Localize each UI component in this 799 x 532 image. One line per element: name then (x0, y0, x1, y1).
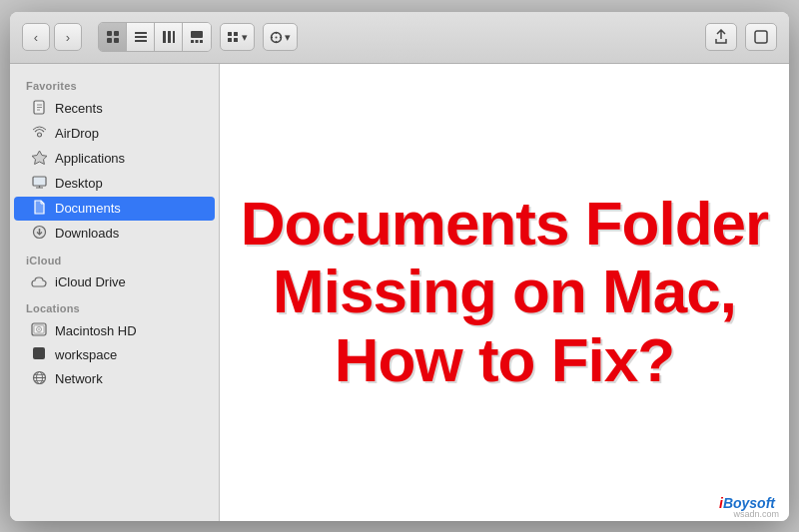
svg-rect-8 (168, 31, 171, 43)
main-panel: Documents Folder Missing on Mac, How to … (220, 64, 789, 521)
svg-rect-12 (196, 40, 199, 43)
list-view-button[interactable] (127, 23, 155, 51)
svg-rect-16 (234, 32, 238, 36)
sidebar-item-network[interactable]: Network (14, 367, 215, 391)
svg-rect-6 (135, 40, 147, 42)
sidebar-item-downloads[interactable]: Downloads (14, 222, 215, 246)
icon-view-button[interactable] (99, 23, 127, 51)
title-line3: How to Fix? (335, 325, 674, 394)
sidebar: Favorites Recents (10, 64, 220, 521)
airdrop-icon (30, 125, 48, 143)
tag-button[interactable] (745, 23, 777, 51)
title-bar: ‹ › (10, 12, 789, 64)
svg-rect-0 (107, 31, 112, 36)
article-title: Documents Folder Missing on Mac, How to … (221, 170, 788, 414)
view-mode-group (98, 22, 212, 52)
svg-rect-31 (33, 177, 46, 186)
svg-point-29 (37, 133, 41, 137)
finder-window: ‹ › (10, 12, 789, 521)
forward-button[interactable]: › (54, 23, 82, 51)
svg-rect-10 (191, 31, 203, 38)
network-label: Network (55, 371, 103, 386)
favorites-header: Favorites (10, 72, 219, 96)
desktop-label: Desktop (55, 176, 103, 191)
action-button[interactable]: ▾ (263, 23, 298, 51)
svg-marker-30 (32, 151, 47, 165)
applications-icon (30, 150, 48, 168)
sidebar-item-applications[interactable]: Applications (14, 147, 215, 171)
svg-rect-9 (173, 31, 175, 43)
arrange-arrow: ▾ (242, 31, 248, 44)
title-line2: Missing on Mac, (273, 257, 736, 325)
svg-point-19 (276, 36, 278, 38)
documents-label: Documents (55, 201, 121, 216)
title-line1: Documents Folder (241, 189, 768, 258)
sidebar-item-documents[interactable]: Documents (14, 197, 215, 221)
workspace-label: workspace (55, 347, 117, 362)
airdrop-label: AirDrop (55, 126, 99, 141)
icloud-drive-icon (30, 274, 48, 290)
workspace-icon (30, 346, 48, 363)
svg-rect-11 (191, 40, 194, 43)
downloads-icon (30, 225, 48, 243)
sidebar-item-workspace[interactable]: workspace (14, 343, 215, 366)
svg-rect-13 (200, 40, 203, 43)
column-view-button[interactable] (155, 23, 183, 51)
sidebar-item-macintosh-hd[interactable]: Macintosh HD (14, 319, 215, 342)
nav-buttons: ‹ › (22, 23, 82, 51)
arrange-button[interactable]: ▾ (220, 23, 255, 51)
downloads-label: Downloads (55, 226, 119, 241)
svg-rect-2 (107, 38, 112, 43)
applications-label: Applications (55, 151, 125, 166)
svg-point-39 (38, 328, 40, 330)
sidebar-item-recents[interactable]: Recents (14, 97, 215, 121)
overlay-text: Documents Folder Missing on Mac, How to … (220, 64, 789, 521)
svg-rect-15 (228, 38, 232, 42)
svg-rect-40 (33, 347, 45, 359)
recents-icon (30, 100, 48, 118)
network-icon (30, 370, 48, 388)
sidebar-item-icloud-drive[interactable]: iCloud Drive (14, 271, 215, 293)
watermark-site: wsadn.com (733, 509, 779, 519)
icloud-drive-label: iCloud Drive (55, 274, 126, 289)
icloud-header: iCloud (10, 247, 219, 270)
locations-header: Locations (10, 294, 219, 318)
recents-label: Recents (55, 101, 103, 116)
documents-icon (30, 200, 48, 218)
svg-rect-17 (234, 38, 238, 42)
back-button[interactable]: ‹ (22, 23, 50, 51)
svg-rect-1 (114, 31, 119, 36)
action-arrow: ▾ (285, 31, 291, 44)
svg-rect-7 (163, 31, 166, 43)
svg-rect-24 (755, 31, 767, 43)
svg-rect-3 (114, 38, 119, 43)
macintosh-hd-icon (30, 322, 48, 339)
gallery-view-button[interactable] (183, 23, 211, 51)
desktop-icon (30, 175, 48, 193)
sidebar-item-airdrop[interactable]: AirDrop (14, 122, 215, 146)
svg-rect-14 (228, 32, 232, 36)
macintosh-hd-label: Macintosh HD (55, 323, 137, 338)
sidebar-item-desktop[interactable]: Desktop (14, 172, 215, 196)
content-area: Favorites Recents (10, 64, 789, 521)
svg-rect-4 (135, 32, 147, 34)
svg-rect-5 (135, 36, 147, 38)
share-button[interactable] (705, 23, 737, 51)
